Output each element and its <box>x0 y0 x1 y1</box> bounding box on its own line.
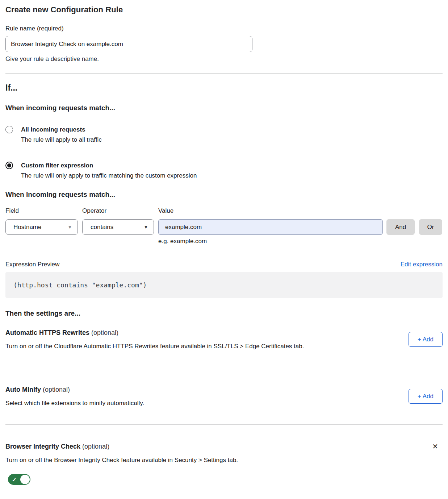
create-configuration-rule-form: Create new Configuration Rule Rule name … <box>0 0 448 485</box>
close-icon[interactable]: ✕ <box>432 443 438 450</box>
radio-option-description: The rule will only apply to traffic matc… <box>21 172 197 179</box>
expression-preview-header: Expression Preview Edit expression <box>5 261 443 268</box>
operator-column-label: Operator <box>82 207 158 215</box>
value-column-label: Value <box>158 207 173 215</box>
edit-expression-link[interactable]: Edit expression <box>401 261 443 268</box>
page-title: Create new Configuration Rule <box>5 5 443 14</box>
value-example-help: e.g. example.com <box>158 238 443 245</box>
browser-integrity-check-toggle[interactable]: ✓ <box>8 474 30 485</box>
rule-name-help: Give your rule a descriptive name. <box>5 55 443 63</box>
then-settings-heading: Then the settings are... <box>5 309 443 317</box>
or-button[interactable]: Or <box>419 219 442 235</box>
operator-select-value: contains <box>91 224 113 231</box>
setting-title-text: Auto Minify <box>5 386 41 393</box>
field-select[interactable]: Hostname ▼ <box>5 219 78 235</box>
radio-option-text: All incoming requests The rule will appl… <box>21 126 102 144</box>
add-auto-minify-button[interactable]: + Add <box>409 389 443 404</box>
expression-builder-row: Hostname ▼ contains ▼ And Or <box>5 219 443 235</box>
setting-optional-text: (optional) <box>82 443 109 450</box>
when-match-heading: When incoming requests match... <box>5 104 443 112</box>
radio-option-all-requests[interactable]: All incoming requests The rule will appl… <box>5 126 443 144</box>
chevron-down-icon: ▼ <box>68 225 72 229</box>
operator-select[interactable]: contains ▼ <box>82 219 154 235</box>
setting-text: Auto Minify (optional) Select which file… <box>5 385 144 408</box>
radio-option-label: All incoming requests <box>21 126 102 133</box>
radio-option-label: Custom filter expression <box>21 162 197 169</box>
setting-title: Automatic HTTPS Rewrites (optional) <box>5 328 304 337</box>
setting-auto-minify: Auto Minify (optional) Select which file… <box>5 385 443 408</box>
expression-builder-column-labels: Field Operator Value <box>5 207 443 215</box>
field-column-label: Field <box>5 207 82 215</box>
setting-title-text: Automatic HTTPS Rewrites <box>5 329 89 336</box>
rule-name-input[interactable] <box>5 36 252 52</box>
add-automatic-https-rewrites-button[interactable]: + Add <box>409 332 443 347</box>
radio-option-text: Custom filter expression The rule will o… <box>21 162 197 179</box>
field-select-value: Hostname <box>13 224 41 231</box>
radio-selected-icon[interactable] <box>5 162 13 169</box>
radio-option-description: The rule will apply to all traffic <box>21 136 102 144</box>
chevron-down-icon: ▼ <box>144 225 148 229</box>
and-button[interactable]: And <box>386 219 415 235</box>
check-icon: ✓ <box>12 477 17 482</box>
setting-title: Browser Integrity Check (optional) <box>5 442 238 451</box>
setting-title: Auto Minify (optional) <box>5 385 144 394</box>
if-heading: If... <box>5 83 443 93</box>
setting-description: Turn on or off the Browser Integrity Che… <box>5 456 238 465</box>
setting-title-text: Browser Integrity Check <box>5 443 80 450</box>
divider <box>5 74 443 74</box>
setting-browser-integrity-check: Browser Integrity Check (optional) Turn … <box>5 442 443 465</box>
setting-text: Browser Integrity Check (optional) Turn … <box>5 442 238 465</box>
setting-text: Automatic HTTPS Rewrites (optional) Turn… <box>5 328 304 351</box>
setting-optional-text: (optional) <box>91 329 118 336</box>
expression-builder-heading: When incoming requests match... <box>5 191 443 199</box>
rule-name-label: Rule name (required) <box>5 25 443 32</box>
expression-preview-code: (http.host contains "example.com") <box>5 272 443 298</box>
value-input[interactable] <box>158 219 383 235</box>
setting-description: Select which file extensions to minify a… <box>5 399 144 408</box>
setting-automatic-https-rewrites: Automatic HTTPS Rewrites (optional) Turn… <box>5 328 443 351</box>
divider <box>5 367 443 367</box>
expression-preview-label: Expression Preview <box>5 261 59 268</box>
toggle-knob <box>20 475 30 484</box>
setting-description: Turn on or off the Cloudflare Automatic … <box>5 342 304 351</box>
radio-unselected-icon[interactable] <box>5 126 13 133</box>
setting-optional-text: (optional) <box>43 386 70 393</box>
radio-option-custom-expression[interactable]: Custom filter expression The rule will o… <box>5 162 443 179</box>
divider <box>5 424 443 425</box>
